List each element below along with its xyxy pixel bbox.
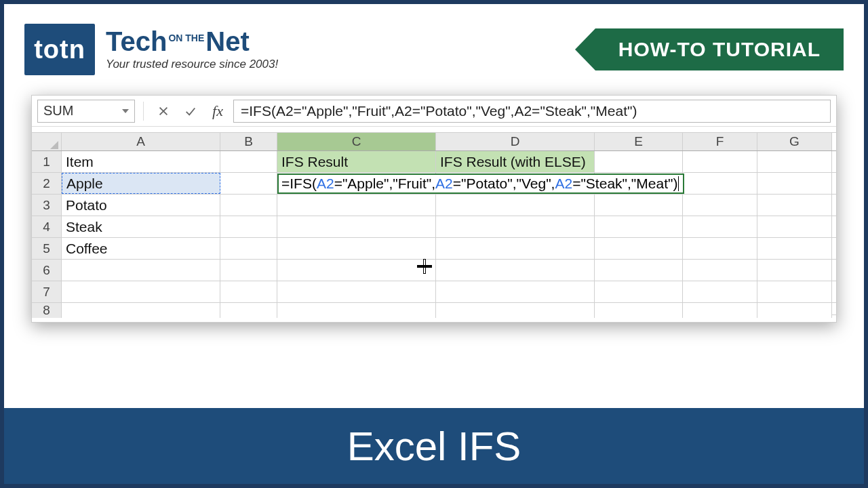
cell-g8[interactable]: [757, 303, 832, 318]
col-header-f[interactable]: F: [683, 133, 757, 150]
cell-f2[interactable]: [683, 173, 757, 194]
cell-d5[interactable]: [436, 238, 595, 259]
page-footer: Excel IFS: [4, 408, 864, 484]
cell-e1[interactable]: [595, 151, 683, 172]
row-header-2[interactable]: 2: [32, 173, 62, 194]
cell-f4[interactable]: [683, 216, 757, 237]
col-header-a[interactable]: A: [62, 133, 220, 150]
cell-b8[interactable]: [220, 303, 277, 318]
brand-text: TechON THENet Your trusted resource sinc…: [106, 28, 278, 71]
formula-ref: A2: [317, 176, 334, 192]
cell-c8[interactable]: [277, 303, 436, 318]
row-header-7[interactable]: 7: [32, 281, 62, 302]
row-header-1[interactable]: 1: [32, 151, 62, 172]
cell-d4[interactable]: [436, 216, 595, 237]
cell-a1[interactable]: Item: [62, 151, 220, 172]
cell-a2[interactable]: Apple: [62, 173, 220, 194]
cell-g4[interactable]: [757, 216, 832, 237]
fx-icon[interactable]: fx: [206, 101, 229, 121]
cell-e4[interactable]: [595, 216, 683, 237]
spreadsheet-grid[interactable]: A B C D E F G 1 Item IFS Result IFS Resu…: [32, 132, 836, 315]
cell-a7[interactable]: [62, 281, 220, 302]
cell-c1[interactable]: IFS Result: [277, 151, 436, 172]
cell-d1[interactable]: IFS Result (with ELSE): [436, 151, 595, 172]
brand-tagline: Your trusted resource since 2003!: [106, 58, 278, 71]
col-header-d[interactable]: D: [436, 133, 595, 150]
cell-c5[interactable]: [277, 238, 436, 259]
separator: [143, 102, 144, 121]
cell-c2-editing[interactable]: =IFS(A2="Apple","Fruit",A2="Potato","Veg…: [277, 174, 684, 194]
cell-g3[interactable]: [757, 195, 832, 216]
row-4: 4 Steak: [32, 216, 836, 238]
row-header-3[interactable]: 3: [32, 195, 62, 216]
row-7: 7: [32, 281, 836, 303]
formula-part: ="Steak","Meat"): [572, 176, 677, 192]
dropdown-icon[interactable]: [122, 109, 129, 113]
ribbon-tail-icon: [575, 28, 595, 70]
row-8: 8: [32, 303, 836, 315]
cell-a5[interactable]: Coffee: [62, 238, 220, 259]
enter-icon[interactable]: [179, 101, 202, 121]
ribbon-label: HOW-TO TUTORIAL: [595, 28, 844, 70]
spreadsheet-window: SUM fx =IFS(A2="Apple","Fruit",A2="Potat…: [31, 95, 837, 323]
cell-g5[interactable]: [757, 238, 832, 259]
cell-c4[interactable]: [277, 216, 436, 237]
cell-c6[interactable]: [277, 260, 436, 281]
cell-g6[interactable]: [757, 260, 832, 281]
row-1: 1 Item IFS Result IFS Result (with ELSE): [32, 151, 836, 173]
page-title: Excel IFS: [347, 423, 521, 470]
select-all-corner[interactable]: [32, 133, 62, 150]
cell-g2[interactable]: [757, 173, 832, 194]
cancel-icon[interactable]: [152, 101, 175, 121]
cell-c3[interactable]: [277, 195, 436, 216]
cell-g7[interactable]: [757, 281, 832, 302]
cell-e8[interactable]: [595, 303, 683, 318]
formula-ref: A2: [555, 176, 572, 192]
cell-c7[interactable]: [277, 281, 436, 302]
row-5: 5 Coffee: [32, 238, 836, 260]
cell-f6[interactable]: [683, 260, 757, 281]
formula-bar: SUM fx =IFS(A2="Apple","Fruit",A2="Potat…: [32, 96, 836, 127]
formula-ref: A2: [435, 176, 453, 192]
cell-b4[interactable]: [220, 216, 277, 237]
text-caret-icon: [678, 176, 679, 191]
cell-d6[interactable]: [436, 260, 595, 281]
cell-b2[interactable]: [220, 173, 277, 194]
col-header-g[interactable]: G: [757, 133, 832, 150]
col-header-b[interactable]: B: [220, 133, 277, 150]
name-box-value: SUM: [43, 103, 73, 119]
cell-a3[interactable]: Potato: [62, 195, 220, 216]
cell-f1[interactable]: [683, 151, 757, 172]
row-header-8[interactable]: 8: [32, 303, 62, 318]
row-header-4[interactable]: 4: [32, 216, 62, 237]
cell-e3[interactable]: [595, 195, 683, 216]
cell-e6[interactable]: [595, 260, 683, 281]
page-header: totn TechON THENet Your trusted resource…: [4, 4, 864, 91]
cell-a4[interactable]: Steak: [62, 216, 220, 237]
cell-b7[interactable]: [220, 281, 277, 302]
row-header-5[interactable]: 5: [32, 238, 62, 259]
cell-a6[interactable]: [62, 260, 220, 281]
cell-b3[interactable]: [220, 195, 277, 216]
cell-b6[interactable]: [220, 260, 277, 281]
cell-f8[interactable]: [683, 303, 757, 318]
cell-d8[interactable]: [436, 303, 595, 318]
cell-f7[interactable]: [683, 281, 757, 302]
cell-d3[interactable]: [436, 195, 595, 216]
cell-f5[interactable]: [683, 238, 757, 259]
column-headers: A B C D E F G: [32, 132, 836, 151]
cell-d7[interactable]: [436, 281, 595, 302]
formula-part: =IFS(: [281, 176, 317, 192]
cell-e5[interactable]: [595, 238, 683, 259]
col-header-e[interactable]: E: [595, 133, 683, 150]
formula-input[interactable]: =IFS(A2="Apple","Fruit",A2="Potato","Veg…: [233, 100, 831, 123]
cell-b1[interactable]: [220, 151, 277, 172]
cell-g1[interactable]: [757, 151, 832, 172]
name-box[interactable]: SUM: [37, 100, 135, 123]
col-header-c[interactable]: C: [277, 133, 436, 150]
cell-b5[interactable]: [220, 238, 277, 259]
cell-e7[interactable]: [595, 281, 683, 302]
cell-a8[interactable]: [62, 303, 220, 318]
cell-f3[interactable]: [683, 195, 757, 216]
row-header-6[interactable]: 6: [32, 260, 62, 281]
